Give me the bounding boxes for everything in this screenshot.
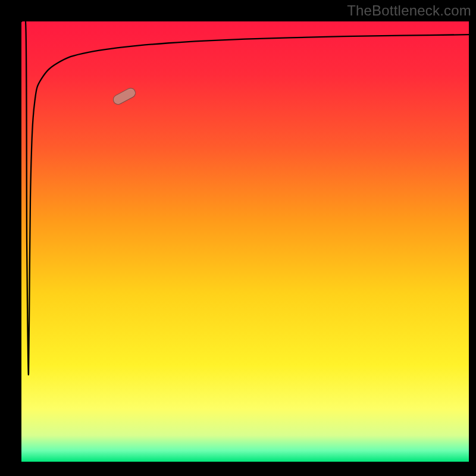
watermark-text: TheBottleneck.com xyxy=(347,2,471,19)
data-marker xyxy=(112,86,137,106)
plot-area xyxy=(21,21,469,462)
marker-pill xyxy=(112,86,137,106)
bottleneck-curve xyxy=(21,21,469,375)
curve-layer xyxy=(21,21,469,462)
chart-frame: TheBottleneck.com xyxy=(0,0,476,476)
